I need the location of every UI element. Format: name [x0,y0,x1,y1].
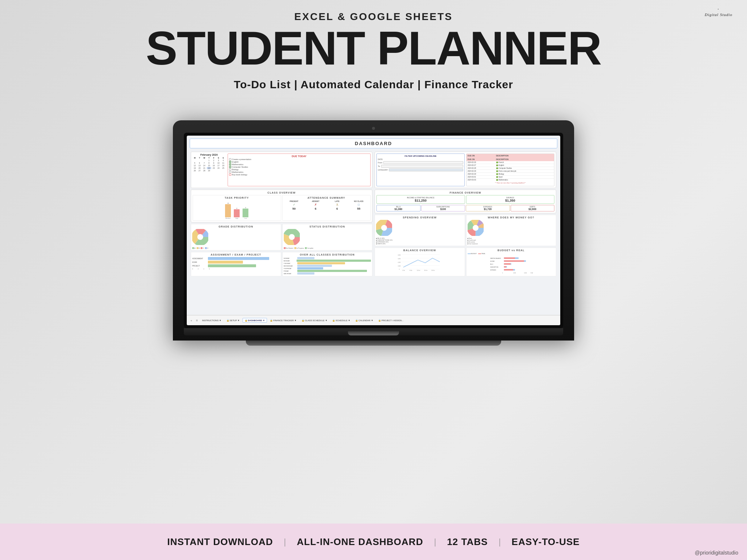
cal-grid: M T W T F S S 1234 [193,157,225,172]
day-row-tue: TUESDAY [284,262,371,264]
svg-rect-34 [504,257,515,259]
income-card: INCOME & STARTING BALANCE $11,250 [376,195,465,204]
tab-dashboard[interactable]: 🔒 DASHBOARD ▼ [243,318,267,323]
task-check [229,171,231,173]
tab-setup[interactable]: 🔒 SETUP ▼ [224,318,242,323]
task-priority-box: TASK PRIORITY 13 Medium 8 [193,195,281,221]
tab-add[interactable]: + [189,319,194,322]
svg-text:BILLS: BILLS [490,264,493,265]
horiz-row-project: PROJECT [192,264,280,267]
svg-text:SUBSCRIPTION: SUBSCRIPTION [490,267,498,268]
filter-date-row: DATE [378,158,463,160]
day-bar-fri [297,270,367,272]
instagram-tag: @prioridigitalstudio [695,550,738,556]
main-title: STUDENT PLANNER [0,24,747,72]
cal-day-tue: T [197,157,202,159]
bar-chart: 13 Medium 8 High [194,200,280,219]
left-panel: February 2024 M T W T F S S [190,151,374,318]
bar-low-fill [243,209,248,217]
finance-top: INCOME & STARTING BALANCE $11,250 SAVING… [376,195,554,204]
cal-day-mon: M [193,157,197,159]
screen-content: DASHBOARD February 2024 M T [187,136,560,325]
cal-day-sun: S [221,157,225,159]
task-item: Computer Studies [229,166,369,168]
class-overview-title: CLASS OVERVIEW [193,191,371,194]
bar-project [208,264,256,267]
assignment-title: ASSIGNMENT / EXAM / PROJECT [192,253,280,256]
subscriptions-card: SUBSCRIPTIONS $100 [421,205,465,211]
cal-day-wed: W [202,157,206,159]
due-today-label: DUE TODAY [229,155,369,158]
camera-dot [372,127,375,130]
tab-instructions[interactable]: INSTRUCTIONS ▼ [200,318,224,323]
tab-schedule[interactable]: 🔒 SCHEDULE ▼ [330,318,352,323]
grade-dist-pie [192,229,208,245]
bottom-sep-3: | [499,536,500,547]
balance-row: BALANCE OVERVIEW [375,248,556,276]
spending-overview-box: SPENDING OVERVIEW ■ BILLS 30% ■ SUBSC [375,215,465,246]
tab-finance-tracker[interactable]: 🔒 FINANCE TRACKER ▼ [268,318,299,323]
tab-menu[interactable]: ≡ [194,319,199,322]
income-value: $11,250 [378,199,464,202]
svg-text:3,000: 3,000 [513,272,516,273]
filter-from-row: From: [378,161,463,164]
svg-text:0: 0 [502,272,503,273]
absent-icon: ✗ [305,203,326,206]
svg-text:INCOME: INCOME [490,261,494,262]
spending-legend: ■ BILLS 30% ■ SUBSCRIPTIONS 15% ■ EXPENS… [376,237,464,245]
tab-project[interactable]: 🔒 PROJECT / ASSIGN... [376,318,406,323]
attendance-box: ATTENDANCE SUMMARY PRESENT ABSENT LATE N… [282,195,371,221]
spending-row: SPENDING OVERVIEW ■ BILLS 30% ■ SUBSC [375,215,556,246]
late-count: 6 [327,207,348,210]
finance-bottom: BILLS $1,080 SUBSCRIPTIONS $100 EXPENSES… [376,205,554,211]
svg-text:1-Oct: 1-Oct [402,270,405,271]
svg-text:7,000: 7,000 [530,272,533,273]
task-check-done [229,163,231,166]
filter-category-input[interactable] [389,168,463,171]
calendar-due-section: February 2024 M T W T F S S [191,152,372,188]
noclass-count: 55 [348,207,369,210]
budget-bar-chart: STARTING BALANCE INCOME BILLS [468,255,555,273]
absent-count: 6 [305,207,326,210]
grade-legend: A B C D [192,247,280,249]
deadline-row-4: 2024-02-29🟢 Find a new part time job [467,170,554,173]
deadline-table-header: DUE ON DESCRIPTION [467,154,554,158]
filter-to-input[interactable] [381,165,463,168]
class-overview: CLASS OVERVIEW TASK PRIORITY 13 [191,190,372,222]
day-row-wed: WEDNESDAY [284,265,371,267]
dashboard-grid: February 2024 M T W T F S S [190,151,557,318]
tab-class-schedule[interactable]: 🔒 CLASS SCHEDULE ▼ [299,318,329,323]
filter-from-input[interactable] [383,161,463,164]
subscriptions-value: $100 [422,208,464,210]
tab-calendar[interactable]: 🔒 CALENDAR ▼ [353,318,375,323]
budget-vs-real-title: BUDGET vs REAL [468,249,555,252]
screen-bezel: DASHBOARD February 2024 M T [184,133,563,328]
distribution-row: GRADE DISTRIBUTION A [191,224,372,250]
laptop-base [184,328,563,335]
cal-month: February 2024 [193,153,225,156]
svg-text:4,000: 4,000 [398,262,401,263]
bottom-info-bar: INSTANT DOWNLOAD | ALL-IN-ONE DASHBOARD … [0,524,747,560]
bottom-info-all-in-one: ALL-IN-ONE DASHBOARD [297,536,423,548]
finance-overview: FINANCE OVERVIEW INCOME & STARTING BALAN… [375,190,556,213]
grade-dist-box: GRADE DISTRIBUTION A [191,224,281,250]
day-row-sat: SATURDAY [284,272,371,275]
late-icon: A [327,203,348,206]
svg-text:22-Oct: 22-Oct [424,270,427,271]
where-money-title: WHERE DOES MY MONEY GO? [468,216,555,219]
day-row-fri: FRIDAY [284,270,371,272]
balance-overview-box: BALANCE OVERVIEW [375,248,465,276]
noclass-icon: □ [348,203,369,206]
bar-exam [208,261,243,264]
deadline-row-2: 2024-02-27🟢 English [467,164,554,167]
expenses-value: $1,720 [467,208,509,210]
svg-text:8-Oct: 8-Oct [410,270,413,271]
task-priority-title: TASK PRIORITY [194,197,280,199]
deadline-table: DUE ON DESCRIPTION DUE ON DESCRIPTION 20… [466,153,554,186]
deadline-row-6: 2024-03-01🟢 Sport [467,176,554,179]
task-check-done [229,166,231,168]
classes-dist-title: OVER ALL CLASSES DISTRIBUTION [284,253,371,256]
assignment-box: ASSIGNMENT / EXAM / PROJECT ASSIGNMENT E… [191,252,281,276]
day-bar-wed [297,265,332,267]
svg-text:15-Oct: 15-Oct [417,270,420,271]
